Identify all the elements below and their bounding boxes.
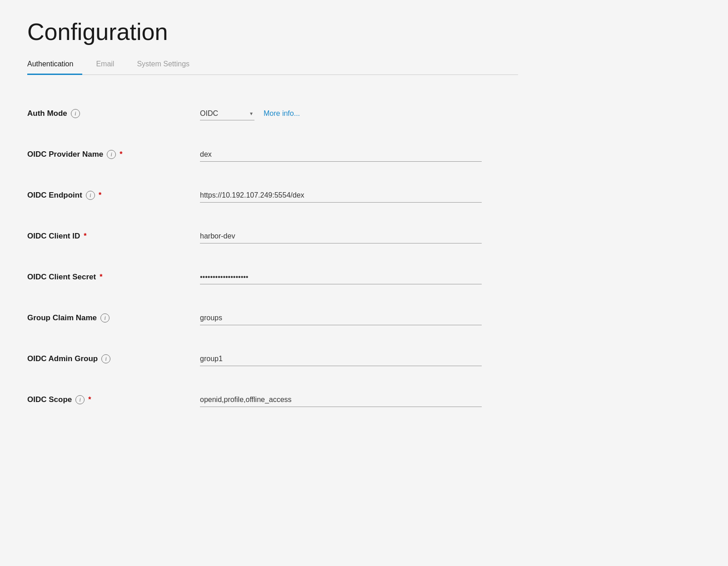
auth-mode-controls: Database LDAP OIDC ▾ More info... bbox=[200, 107, 482, 120]
oidc-client-id-required: * bbox=[84, 232, 86, 240]
oidc-endpoint-input[interactable] bbox=[200, 189, 482, 203]
oidc-endpoint-row: OIDC Endpoint i * bbox=[27, 184, 518, 207]
oidc-provider-name-required: * bbox=[120, 150, 122, 159]
oidc-admin-group-input[interactable] bbox=[200, 352, 482, 366]
oidc-endpoint-required: * bbox=[99, 191, 101, 199]
oidc-client-secret-field bbox=[200, 270, 482, 284]
oidc-admin-group-label: OIDC Admin Group i bbox=[27, 354, 200, 363]
oidc-admin-group-row: OIDC Admin Group i bbox=[27, 348, 518, 370]
oidc-endpoint-field bbox=[200, 189, 482, 203]
more-info-link[interactable]: More info... bbox=[264, 109, 300, 118]
oidc-admin-group-field bbox=[200, 352, 482, 366]
oidc-provider-name-row: OIDC Provider Name i * bbox=[27, 143, 518, 166]
oidc-provider-name-input[interactable] bbox=[200, 148, 482, 162]
group-claim-name-field bbox=[200, 311, 482, 325]
tabs-container: Authentication Email System Settings bbox=[27, 55, 518, 75]
auth-mode-field: Database LDAP OIDC ▾ More info... bbox=[200, 107, 482, 120]
oidc-admin-group-info-icon[interactable]: i bbox=[101, 354, 110, 363]
oidc-endpoint-label: OIDC Endpoint i * bbox=[27, 191, 200, 200]
tab-authentication[interactable]: Authentication bbox=[27, 55, 82, 75]
auth-mode-label-text: Auth Mode bbox=[27, 109, 67, 118]
oidc-scope-row: OIDC Scope i * bbox=[27, 388, 518, 411]
oidc-provider-name-label-text: OIDC Provider Name bbox=[27, 150, 103, 159]
oidc-client-id-label-text: OIDC Client ID bbox=[27, 232, 80, 241]
oidc-provider-name-field bbox=[200, 148, 482, 162]
oidc-client-id-row: OIDC Client ID * bbox=[27, 225, 518, 248]
form-container: Auth Mode i Database LDAP OIDC ▾ More in… bbox=[27, 93, 518, 438]
oidc-provider-name-info-icon[interactable]: i bbox=[107, 150, 116, 159]
oidc-endpoint-info-icon[interactable]: i bbox=[86, 191, 95, 200]
oidc-provider-name-label: OIDC Provider Name i * bbox=[27, 150, 200, 159]
tab-system-settings[interactable]: System Settings bbox=[137, 55, 199, 75]
group-claim-name-info-icon[interactable]: i bbox=[100, 313, 110, 323]
oidc-client-secret-row: OIDC Client Secret * bbox=[27, 266, 518, 288]
auth-mode-row: Auth Mode i Database LDAP OIDC ▾ More in… bbox=[27, 102, 518, 125]
group-claim-name-input[interactable] bbox=[200, 311, 482, 325]
oidc-scope-info-icon[interactable]: i bbox=[75, 395, 85, 404]
oidc-scope-label-text: OIDC Scope bbox=[27, 395, 72, 404]
page-title: Configuration bbox=[27, 18, 518, 45]
oidc-scope-input[interactable] bbox=[200, 393, 482, 407]
oidc-client-secret-label: OIDC Client Secret * bbox=[27, 273, 200, 282]
oidc-admin-group-label-text: OIDC Admin Group bbox=[27, 354, 98, 363]
auth-mode-info-icon[interactable]: i bbox=[71, 109, 80, 118]
auth-mode-select-wrapper: Database LDAP OIDC ▾ bbox=[200, 107, 254, 120]
tab-email[interactable]: Email bbox=[96, 55, 123, 75]
oidc-client-id-label: OIDC Client ID * bbox=[27, 232, 200, 241]
group-claim-name-row: Group Claim Name i bbox=[27, 307, 518, 329]
oidc-client-id-field bbox=[200, 229, 482, 243]
page-container: Configuration Authentication Email Syste… bbox=[0, 0, 545, 457]
auth-mode-select[interactable]: Database LDAP OIDC bbox=[200, 107, 254, 120]
group-claim-name-label-text: Group Claim Name bbox=[27, 313, 97, 323]
oidc-scope-field bbox=[200, 393, 482, 407]
oidc-endpoint-label-text: OIDC Endpoint bbox=[27, 191, 82, 200]
oidc-client-id-input[interactable] bbox=[200, 229, 482, 243]
oidc-scope-required: * bbox=[88, 396, 91, 404]
oidc-client-secret-required: * bbox=[100, 273, 102, 281]
auth-mode-label: Auth Mode i bbox=[27, 109, 200, 118]
oidc-scope-label: OIDC Scope i * bbox=[27, 395, 200, 404]
oidc-client-secret-input[interactable] bbox=[200, 270, 482, 284]
oidc-client-secret-label-text: OIDC Client Secret bbox=[27, 273, 96, 282]
group-claim-name-label: Group Claim Name i bbox=[27, 313, 200, 323]
